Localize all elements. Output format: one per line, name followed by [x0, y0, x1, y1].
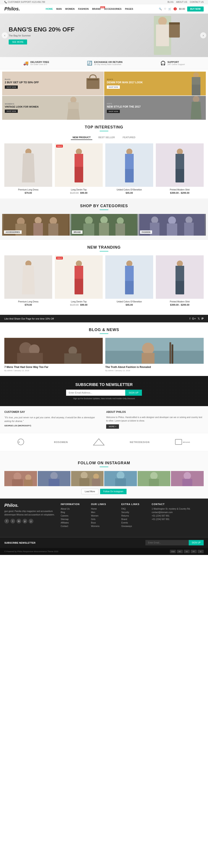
load-more-button[interactable]: Load More — [81, 489, 98, 494]
svg-rect-8 — [68, 102, 79, 109]
instagram-img-6[interactable] — [171, 471, 204, 486]
nav-brand[interactable]: BRAND NEW — [92, 8, 101, 10]
payment-mc: MC — [177, 550, 183, 553]
about-link[interactable]: ABOUT US — [176, 1, 187, 3]
footer-link-brand[interactable]: Brand — [121, 518, 147, 521]
product-1-svg — [20, 148, 37, 182]
footer-link-events[interactable]: Events — [121, 522, 147, 524]
twitter-icon[interactable]: 𝕏 — [198, 317, 200, 320]
footer-link-womens[interactable]: Womens — [91, 525, 117, 527]
trending-img-1 — [4, 255, 52, 299]
svg-text:BRAND: BRAND — [183, 441, 190, 443]
svg-point-20 — [177, 149, 183, 155]
footer-link-giveaways[interactable]: Giveaways — [121, 525, 147, 527]
cart-icon[interactable]: 🛒 — [168, 8, 171, 10]
search-icon[interactable]: 🔍 — [159, 8, 162, 10]
hero-subtitle: The Bag for Summer — [9, 34, 74, 37]
product-card-1: Premium Long Dress $79.00 — [4, 144, 52, 194]
nav-accessories[interactable]: ACCESSORIES — [104, 8, 122, 10]
footer-link-men[interactable]: Men — [91, 511, 117, 514]
newsletter-submit-button[interactable]: SIGN UP — [125, 390, 142, 396]
svg-point-35 — [117, 217, 124, 224]
svg-rect-89 — [149, 479, 159, 486]
nav-man[interactable]: MAN — [56, 8, 62, 10]
category-fashion[interactable]: FASHION — [138, 214, 206, 236]
trending-img-2 — [55, 255, 103, 299]
title-underline — [100, 131, 108, 131]
svg-point-74 — [25, 474, 31, 480]
footer-twitter-icon[interactable]: t — [10, 519, 15, 524]
top-bar-links[interactable]: BLOG ABOUT US CONTACT US — [168, 1, 204, 3]
tab-featured[interactable]: FEATURED — [121, 135, 137, 140]
footer-link-boys[interactable]: Boys — [91, 522, 117, 524]
promo-kids-btn[interactable]: Shop Now — [107, 110, 120, 113]
payment-amex: AX — [184, 550, 190, 553]
instagram-img-2[interactable] — [38, 471, 70, 486]
about-more-button[interactable]: MORE > — [106, 424, 119, 429]
feature-exchange: 🔄 EXCHANGE OR RETURN 30 Day Money Back G… — [87, 61, 123, 66]
instagram-img-4[interactable] — [104, 471, 137, 486]
wishlist-icon[interactable]: ♡ — [164, 8, 166, 10]
footer-link-careers[interactable]: Careers — [61, 515, 87, 517]
nav-women[interactable]: WOMEN — [65, 8, 74, 10]
promo-men-btn[interactable]: Shop Now — [107, 86, 120, 89]
footer-newsletter-submit-button[interactable]: SIGN UP — [189, 540, 204, 546]
hero-next-arrow[interactable]: › — [200, 32, 206, 38]
footer-link-about[interactable]: About Us — [61, 508, 87, 510]
footer-youtube-icon[interactable]: y — [29, 519, 33, 524]
blog-link[interactable]: BLOG — [168, 1, 174, 3]
footer-pinterest-icon[interactable]: p — [23, 519, 27, 524]
tab-new-product[interactable]: NEW PRODUCT — [71, 135, 92, 140]
svg-rect-50 — [125, 266, 134, 281]
logo[interactable]: Philos. — [4, 6, 20, 12]
newsletter-email-input[interactable] — [66, 390, 125, 396]
googleplus-icon[interactable]: G+ — [192, 317, 196, 320]
svg-point-14 — [76, 149, 82, 155]
facebook-icon[interactable]: f — [189, 317, 190, 320]
product-card-4: Printed Modern Shirt $399.00 - $299.00 — [156, 144, 204, 194]
category-brand[interactable]: BRAND — [70, 214, 138, 236]
footer-newsletter-input[interactable] — [145, 540, 189, 546]
footer-link-security[interactable]: Security — [121, 511, 147, 514]
blog-card-1[interactable]: 7 Mens That Had Gone Way Too Far By admi… — [4, 338, 103, 372]
promo-women-btn[interactable]: Shop Now — [5, 110, 18, 113]
insta-3-svg — [71, 471, 104, 486]
blog-card-2[interactable]: The Truth About Fashion is Revealed By a… — [105, 338, 204, 372]
footer-link-blog[interactable]: Blog — [61, 511, 87, 514]
hero-prev-arrow[interactable]: ‹ — [2, 32, 8, 38]
svg-rect-4 — [169, 22, 180, 25]
instagram-grid — [4, 471, 204, 486]
sale-badge-trending-2: SALE — [56, 257, 63, 259]
instagram-img-5[interactable] — [138, 471, 170, 486]
footer-link-girls[interactable]: Girls — [91, 518, 117, 521]
footer-link-sitemap[interactable]: Sitemap — [61, 518, 87, 521]
buy-now-button[interactable]: BUY NOW — [187, 6, 204, 11]
footer-instagram-icon[interactable]: in — [16, 519, 21, 524]
footer-link-faq[interactable]: FAQ — [121, 508, 147, 510]
follow-instagram-button[interactable]: Follow On Instagram — [100, 489, 127, 494]
footer-link-women[interactable]: Women — [91, 515, 117, 517]
nav-pages[interactable]: PAGES — [125, 8, 133, 10]
contact-link[interactable]: CONTACT US — [190, 1, 204, 3]
instagram-section: FOLLOW ON INSTAGRAM — [0, 451, 208, 499]
instagram-img-3[interactable] — [71, 471, 104, 486]
footer-link-returns[interactable]: Returns — [121, 515, 147, 517]
nav-fashion[interactable]: FASHION — [78, 8, 89, 10]
brand-logo-2: ROSOMEN — [54, 441, 68, 443]
pinterest-icon[interactable]: 𝗣 — [202, 317, 204, 320]
bag-svg — [84, 74, 102, 91]
instagram-img-1[interactable] — [4, 471, 37, 486]
promo-bags-btn[interactable]: Shop Now — [5, 86, 18, 89]
category-accessories[interactable]: ACCESSORIES — [2, 214, 70, 236]
footer-link-affiliates[interactable]: Affiliates — [61, 522, 87, 524]
svg-rect-92 — [182, 479, 193, 486]
tab-best-seller[interactable]: BEST SELLER — [97, 135, 116, 140]
footer-facebook-icon[interactable]: f — [4, 519, 9, 524]
svg-point-33 — [100, 216, 108, 224]
footer-link-home[interactable]: Home — [91, 508, 117, 510]
brand-3-svg — [92, 438, 105, 446]
newsletter-form: SIGN UP — [66, 390, 142, 396]
footer-link-contact[interactable]: Contact — [61, 525, 87, 527]
hero-cta-button[interactable]: SEE MORE — [9, 39, 27, 44]
nav-home[interactable]: HOME — [46, 8, 53, 10]
